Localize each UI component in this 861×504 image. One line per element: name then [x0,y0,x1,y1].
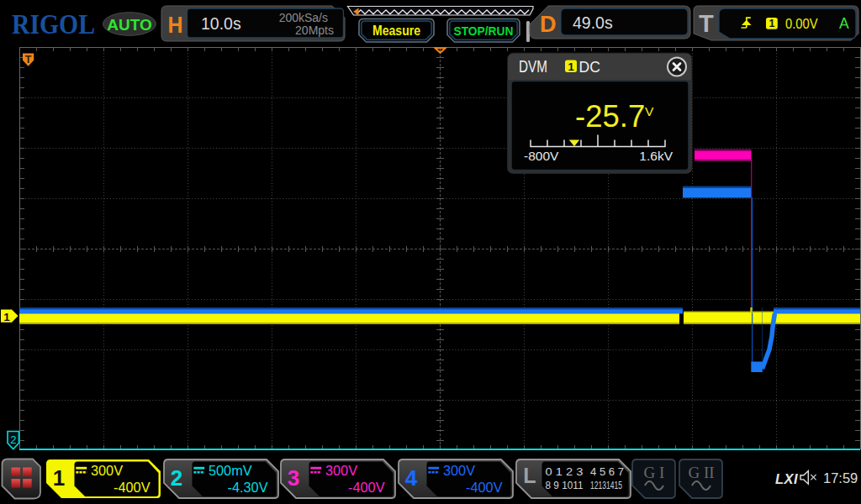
svg-text:1.6kV: 1.6kV [639,149,673,163]
svg-text:L: L [523,464,536,487]
svg-text:RIGOL: RIGOL [12,8,95,39]
svg-text:2: 2 [171,465,182,491]
svg-text:300V: 300V [325,463,357,478]
svg-text:20Mpts: 20Mpts [295,24,334,37]
svg-text:AUTO: AUTO [107,16,151,34]
svg-text:300V: 300V [443,463,475,478]
svg-text:DC: DC [579,59,600,76]
svg-text:0 1 2 3: 0 1 2 3 [546,465,584,478]
svg-text:17:59: 17:59 [823,470,858,486]
svg-text:-400V: -400V [114,480,151,495]
svg-text:8 9 1011: 8 9 1011 [546,479,584,491]
svg-text:D: D [540,12,557,37]
svg-text:T: T [25,54,32,66]
svg-text:1: 1 [769,18,774,29]
svg-text:1: 1 [53,465,65,491]
svg-text:A: A [839,15,849,32]
svg-text:T: T [699,10,714,37]
svg-text:1: 1 [568,60,573,73]
svg-text:3: 3 [288,465,299,491]
svg-text:H: H [168,11,183,38]
svg-text:500mV: 500mV [209,463,252,478]
svg-text:-400V: -400V [466,480,503,495]
svg-text:2: 2 [10,433,16,446]
svg-text:0.00V: 0.00V [785,16,818,32]
svg-text:G II: G II [688,464,714,481]
svg-text:G I: G I [644,464,665,481]
svg-text:V: V [645,104,654,118]
svg-text:-25.7: -25.7 [575,99,645,134]
svg-text:4: 4 [405,465,418,491]
svg-text:1: 1 [3,311,10,323]
svg-text:-4.30V: -4.30V [228,480,268,495]
svg-text:4 5 6 7: 4 5 6 7 [590,465,624,478]
svg-text:DVM: DVM [519,57,547,76]
svg-text:300V: 300V [91,463,123,478]
svg-text:12131415: 12131415 [590,479,622,491]
svg-text:-400V: -400V [348,480,385,495]
svg-text:STOP/RUN: STOP/RUN [454,24,514,38]
svg-text:49.0s: 49.0s [573,13,613,32]
svg-text:LXI: LXI [775,471,798,486]
svg-text:Measure: Measure [372,23,420,38]
svg-text:-800V: -800V [524,149,559,163]
svg-text:10.0s: 10.0s [201,14,241,33]
